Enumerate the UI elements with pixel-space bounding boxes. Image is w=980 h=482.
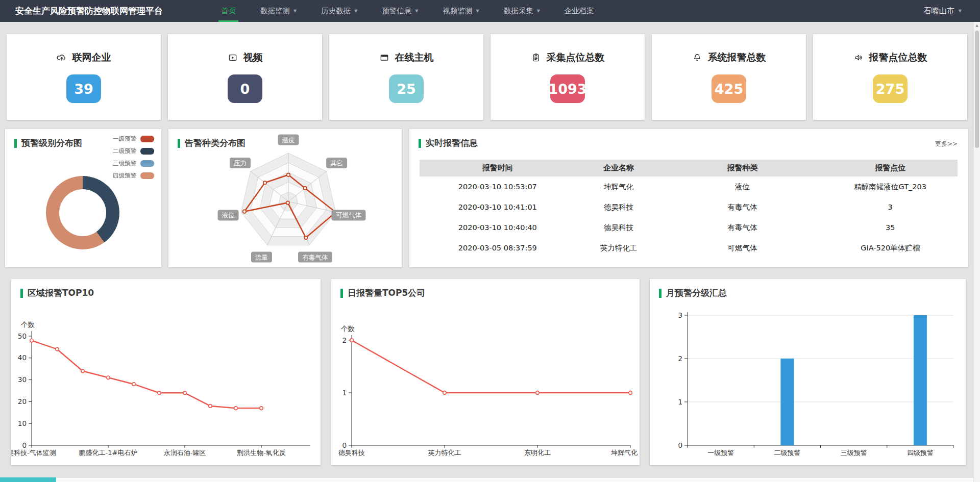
svg-text:鹏盛化工-1#电石炉: 鹏盛化工-1#电石炉: [79, 449, 138, 456]
alarm-type-radar-chart: 温度其它可燃气体有毒气体流量液位压力: [168, 129, 402, 267]
legend-swatch: [140, 172, 154, 179]
radar-axis-label: 温度: [278, 135, 299, 145]
stat-card-video: 视频 0: [168, 34, 322, 120]
panel-title: 实时报警信息: [426, 137, 478, 149]
panel-title: 预警级别分布图: [21, 137, 82, 149]
region-selector[interactable]: 石嘴山市▼: [924, 0, 962, 22]
panel-title: 月预警分级汇总: [666, 287, 727, 299]
svg-text:2: 2: [678, 354, 682, 363]
scrollbar-thumb[interactable]: [975, 31, 979, 148]
dashboard: 安全生产风险预警防控物联网管理平台 首页 数据监测▼ 历史数据▼ 预警信息▼ 视…: [0, 0, 980, 482]
svg-text:其它: 其它: [330, 159, 343, 167]
stat-label: 在线主机: [395, 51, 434, 64]
svg-text:德昊科技: 德昊科技: [338, 449, 365, 456]
realtime-alarm-table: 报警时间 企业名称 报警种类 报警点位 2020-03-10 10:53:07坤…: [420, 160, 958, 258]
clipboard-icon: [531, 53, 541, 63]
radar-axis-label: 其它: [326, 158, 347, 168]
table-row: 2020-03-10 10:41:01德昊科技有毒气体3: [420, 197, 958, 217]
stat-label: 视频: [243, 51, 263, 64]
panel-title: 告警种类分布图: [185, 137, 246, 149]
svg-text:1: 1: [342, 389, 347, 397]
title-accent-bar: [340, 289, 343, 298]
stat-label: 联网企业: [72, 51, 111, 64]
nav-item-video-monitor[interactable]: 视频监测▼: [436, 0, 485, 22]
nav-item-history-data[interactable]: 历史数据▼: [314, 0, 364, 22]
radar-axis-label: 有毒气体: [298, 252, 332, 263]
nav-item-data-collect[interactable]: 数据采集▼: [497, 0, 547, 22]
chevron-down-icon: ▼: [293, 9, 297, 13]
panel-realtime-alarms: 实时报警信息 更多>> 报警时间 企业名称 报警种类 报警点位 2020-03-…: [409, 129, 968, 267]
monthly-warning-bar-chart: 0123一级预警二级预警三级预警四级预警: [650, 279, 966, 465]
donut-legend: 一级预警 二级预警 三级预警 四级预警: [113, 135, 154, 184]
svg-text:有毒气体: 有毒气体: [302, 253, 328, 261]
legend-item-level2[interactable]: 二级预警: [113, 147, 154, 155]
stat-card-alarm-points: 报警点位总数 275: [813, 34, 967, 120]
stat-label: 报警点位总数: [869, 51, 927, 64]
col-company: 企业名称: [576, 160, 662, 176]
svg-text:液位: 液位: [222, 211, 235, 219]
svg-text:50: 50: [18, 332, 27, 340]
stat-value-badge: 1093: [550, 74, 585, 103]
svg-text:荆洪生物-氧化反: 荆洪生物-氧化反: [237, 449, 286, 456]
svg-text:可燃气体: 可燃气体: [336, 211, 362, 219]
nav-item-warning-info[interactable]: 预警信息▼: [375, 0, 425, 22]
svg-text:30: 30: [18, 375, 27, 384]
stat-card-enterprises: 联网企业 39: [7, 34, 161, 120]
col-alarm-point: 报警点位: [823, 160, 958, 176]
nav-item-data-monitor[interactable]: 数据监测▼: [254, 0, 303, 22]
svg-text:三级预警: 三级预警: [841, 449, 867, 456]
scroll-up-arrow[interactable]: ▲: [974, 22, 980, 30]
nav-item-enterprise-archive[interactable]: 企业档案: [558, 0, 601, 22]
svg-text:温度: 温度: [282, 136, 295, 144]
legend-swatch: [140, 160, 154, 167]
title-accent-bar: [14, 139, 17, 148]
table-row: 2020-03-10 10:53:07坤辉气化液位精醇南罐液位GT_203: [420, 176, 958, 197]
vertical-scrollbar[interactable]: ▲: [973, 22, 980, 482]
more-link[interactable]: 更多>>: [935, 140, 958, 148]
stat-value-badge: 275: [873, 74, 908, 103]
bar: [914, 315, 927, 445]
chevron-down-icon: ▼: [354, 9, 357, 13]
speaker-icon: [853, 53, 864, 63]
table-row: 2020-03-05 08:37:59英力特化工可燃气体GIA-520单体贮槽: [420, 238, 958, 258]
nav-item-home[interactable]: 首页: [214, 0, 242, 22]
warning-level-donut-chart: [46, 176, 119, 249]
legend-item-level3[interactable]: 三级预警: [113, 160, 154, 167]
panel-region-alarm-top10: 区域报警TOP10 01020304050个数昊科技-气体监测鹏盛化工-1#电石…: [11, 279, 321, 465]
svg-text:四级预警: 四级预警: [907, 449, 934, 456]
footer-strip: [0, 477, 973, 482]
svg-text:东明化工: 东明化工: [524, 449, 551, 456]
monitor-icon: [379, 53, 389, 63]
title-accent-bar: [659, 289, 662, 298]
svg-text:40: 40: [18, 353, 27, 362]
svg-text:0: 0: [342, 441, 347, 449]
svg-text:一级预警: 一级预警: [707, 449, 734, 456]
top-nav: 安全生产风险预警防控物联网管理平台 首页 数据监测▼ 历史数据▼ 预警信息▼ 视…: [0, 0, 980, 22]
svg-text:昊科技-气体监测: 昊科技-气体监测: [11, 449, 56, 456]
legend-item-level4[interactable]: 四级预警: [113, 172, 154, 180]
panel-warning-level-distribution: 预警级别分布图 一级预警 二级预警 三级预警 四级预警: [5, 129, 161, 267]
stat-label: 系统报警总数: [708, 51, 766, 64]
panel-monthly-warning-summary: 月预警分级汇总 0123一级预警二级预警三级预警四级预警: [650, 279, 966, 465]
nav-menu: 首页 数据监测▼ 历史数据▼ 预警信息▼ 视频监测▼ 数据采集▼ 企业档案: [214, 0, 612, 22]
svg-text:个数: 个数: [21, 320, 35, 328]
stat-value-badge: 0: [228, 74, 262, 103]
title-accent-bar: [178, 139, 180, 148]
svg-text:坤辉气化: 坤辉气化: [610, 449, 638, 456]
svg-text:10: 10: [18, 419, 27, 427]
col-alarm-time: 报警时间: [420, 160, 576, 176]
stat-value-badge: 39: [66, 74, 101, 103]
chevron-down-icon: ▼: [415, 9, 418, 13]
bell-icon: [692, 53, 702, 63]
table-row: 2020-03-10 10:40:40德昊科技有毒气体35: [420, 217, 958, 238]
svg-text:0: 0: [22, 441, 27, 449]
stat-card-online-hosts: 在线主机 25: [329, 34, 483, 120]
radar-axis-label: 压力: [230, 158, 251, 168]
legend-item-level1[interactable]: 一级预警: [113, 135, 154, 143]
legend-swatch: [140, 136, 154, 142]
svg-text:流量: 流量: [255, 253, 268, 261]
svg-text:0: 0: [678, 441, 682, 449]
legend-swatch: [140, 148, 154, 155]
svg-text:永润石油-罐区: 永润石油-罐区: [164, 449, 206, 456]
svg-text:20: 20: [18, 397, 27, 405]
